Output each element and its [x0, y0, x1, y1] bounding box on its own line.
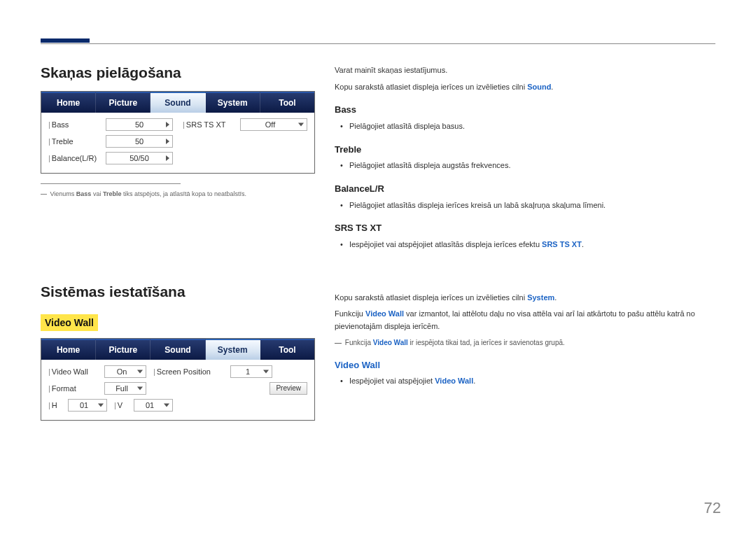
label-v-text: V: [118, 401, 122, 409]
heading-balance: BalanceL/R: [335, 182, 715, 197]
sys-para2: Funkciju Video Wall var izmantot, lai at…: [335, 308, 715, 332]
heading-treble: Treble: [335, 143, 715, 157]
tab-tool[interactable]: Tool: [260, 92, 314, 113]
value-format: Full: [115, 384, 128, 393]
intro2-post: .: [551, 83, 553, 91]
label-treble: |Treble: [48, 137, 103, 146]
chevron-down-icon: [137, 370, 143, 373]
srs-key: SRS TS XT: [542, 240, 582, 248]
list-item: Iespējojiet vai atspējojiet atlasītās di…: [349, 239, 715, 251]
label-h-text: H: [52, 401, 57, 409]
spinner-icon: [166, 155, 169, 161]
heading-bass: Bass: [335, 103, 715, 118]
list-srs: Iespējojiet vai atspējojiet atlasītās di…: [335, 239, 715, 251]
sound-left-fields: |Bass 50 |Treble 50 |Balance(L/R) 50/50: [48, 118, 173, 164]
note-post: ir iespējota tikai tad, ja ierīces ir sa…: [408, 339, 565, 346]
label-srs-text: SRS TS XT: [186, 120, 226, 129]
label-balance-text: Balance(L/R): [52, 154, 97, 162]
tab-picture-2[interactable]: Picture: [96, 339, 150, 360]
list-bass: Pielāgojiet atlasītā displeja basus.: [335, 120, 715, 133]
tab-system[interactable]: System: [206, 92, 260, 113]
tab-sound[interactable]: Sound: [150, 92, 205, 113]
label-treble-text: Treble: [52, 137, 74, 146]
sound-panel: Home Picture Sound System Tool |Bass 50 …: [41, 91, 315, 174]
label-videowall-text: Video Wall: [52, 367, 88, 376]
input-bass[interactable]: 50: [106, 118, 173, 131]
note-dash: ―: [335, 339, 342, 346]
preview-button[interactable]: Preview: [270, 382, 307, 395]
label-screenpos-text: Screen Position: [157, 367, 211, 376]
chevron-down-icon: [298, 123, 304, 127]
value-videowall: On: [117, 367, 127, 376]
value-v: 01: [146, 401, 154, 409]
tab-system-2[interactable]: System: [206, 339, 260, 360]
label-format-text: Format: [52, 384, 76, 393]
heading-videowall: Video Wall: [335, 358, 715, 373]
intro-line-1: Varat mainīt skaņas iestatījumus.: [335, 64, 715, 77]
list-treble: Pielāgojiet atlasītā displeja augstās fr…: [335, 160, 715, 172]
label-bass: |Bass: [48, 120, 103, 129]
select-screenpos[interactable]: 1: [230, 365, 272, 378]
value-treble: 50: [135, 137, 144, 146]
label-bass-text: Bass: [52, 120, 69, 129]
sys-intro-key: System: [527, 293, 554, 302]
highlight-video-wall: Video Wall: [41, 314, 98, 331]
select-v[interactable]: 01: [134, 399, 173, 412]
select-format[interactable]: Full: [104, 382, 146, 395]
label-format: |Format: [48, 384, 97, 393]
footnote-key1: Bass: [76, 190, 92, 197]
select-srs[interactable]: Off: [240, 118, 307, 131]
chevron-down-icon: [137, 386, 143, 390]
page: Skaņas pielāgošana Home Picture Sound Sy…: [0, 0, 756, 534]
note-pre: Funkcija: [343, 339, 373, 346]
select-h[interactable]: 01: [68, 399, 107, 412]
page-number: 72: [704, 499, 721, 517]
tab-picture[interactable]: Picture: [96, 92, 150, 113]
tab-home-2[interactable]: Home: [41, 339, 96, 360]
spinner-icon: [166, 139, 169, 144]
sys-intro: Kopu sarakstā atlasiet displeja ierīces …: [335, 292, 715, 304]
list-item: Pielāgojiet atlasītās displeja ierīces k…: [349, 199, 715, 212]
left-column: Skaņas pielāgošana Home Picture Sound Sy…: [41, 64, 315, 428]
label-v: |V: [114, 401, 127, 409]
label-srs: |SRS TS XT: [183, 120, 237, 129]
system-tabbar: Home Picture Sound System Tool: [41, 339, 314, 360]
spacer: [41, 199, 315, 283]
footnote-post: tiks atspējots, ja atlasītā kopa to neat…: [121, 190, 246, 197]
footnote-mid: vai: [91, 190, 103, 197]
input-treble[interactable]: 50: [106, 135, 173, 148]
row-bass: |Bass 50: [48, 118, 173, 131]
label-screenpos: |Screen Position: [153, 367, 223, 376]
row-srs: |SRS TS XT Off: [183, 118, 307, 131]
list-item: Pielāgojiet atlasītā displeja augstās fr…: [349, 160, 715, 172]
row-treble: |Treble 50: [48, 135, 173, 148]
section-title-system: Sistēmas iestatīšana: [41, 283, 315, 300]
intro-line-2: Kopu sarakstā atlasiet displeja ierīces …: [335, 81, 715, 94]
sys-intro-pre: Kopu sarakstā atlasiet displeja ierīces …: [335, 293, 527, 302]
input-balance[interactable]: 50/50: [106, 152, 173, 164]
tab-home[interactable]: Home: [41, 92, 96, 113]
footnote-sound: ― Vienums Bass vai Treble tiks atspējots…: [41, 190, 315, 199]
sound-tabbar: Home Picture Sound System Tool: [41, 92, 314, 113]
list-balance: Pielāgojiet atlasītās displeja ierīces k…: [335, 199, 715, 212]
value-srs: Off: [265, 120, 275, 129]
system-panel-body: |Video Wall On |Screen Position 1 |Forma…: [41, 360, 314, 420]
section-title-sound: Skaņas pielāgošana: [41, 64, 315, 81]
value-screenpos: 1: [246, 367, 250, 376]
spacer: [335, 255, 715, 292]
header-rule: [41, 43, 715, 44]
select-videowall[interactable]: On: [104, 365, 146, 378]
system-panel: Home Picture Sound System Tool |Video Wa…: [41, 338, 315, 421]
intro2-pre: Kopu sarakstā atlasiet displeja ierīces …: [335, 83, 527, 91]
tab-tool-2[interactable]: Tool: [260, 339, 314, 360]
content-columns: Skaņas pielāgošana Home Picture Sound Sy…: [41, 64, 715, 428]
row-videowall: |Video Wall On |Screen Position 1: [48, 365, 307, 378]
vw-post: .: [473, 377, 475, 385]
label-balance: |Balance(L/R): [48, 154, 103, 162]
sound-right-fields: |SRS TS XT Off: [183, 118, 307, 164]
row-format: |Format Full Preview: [48, 382, 307, 395]
sys-note: ― Funkcija Video Wall ir iespējota tikai…: [335, 337, 715, 349]
srs-post: .: [582, 240, 584, 248]
footnote-key2: Treble: [103, 190, 122, 197]
tab-sound-2[interactable]: Sound: [150, 339, 205, 360]
